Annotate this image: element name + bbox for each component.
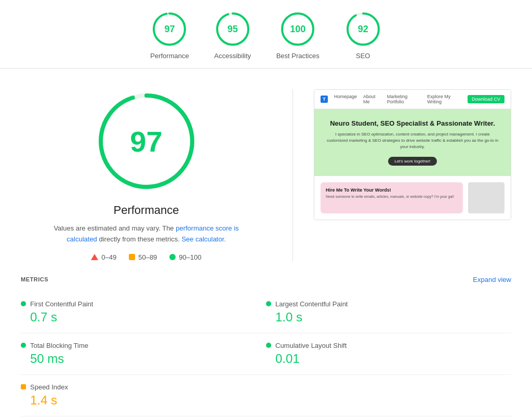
lcp-value: 1.0 s [266,310,511,325]
cls-name-row: Cumulative Layout Shift [266,342,511,349]
legend-mid-range: 50–89 [138,253,157,261]
score-circle-performance: 97 [151,10,188,48]
preview-image [468,182,504,213]
hero-title: Neuro Student, SEO Specialist & Passiona… [325,119,500,127]
lcp-dot [266,301,271,306]
preview-nav: T Homepage About Me Marketing Portfolio … [314,90,511,109]
big-score-value: 97 [130,125,162,158]
metrics-header: METRICS Expand view [21,272,511,288]
nav-writing: Explore My Writing [427,94,461,104]
score-item-best-practices: 100 Best Practices [276,10,320,60]
metric-item-tbt: Total Blocking Time 50 ms [21,333,266,375]
tbt-name: Total Blocking Time [30,342,88,349]
tbt-name-row: Total Blocking Time [21,342,245,349]
metric-item-cls: Cumulative Layout Shift 0.01 [266,333,511,375]
score-circle-accessibility: 95 [214,10,251,48]
metrics-grid: First Contentful Paint 0.7 s Largest Con… [21,292,511,416]
score-circle-best-practices: 100 [279,10,316,48]
score-label-performance: Performance [150,52,189,60]
fcp-name: First Contentful Paint [30,300,93,308]
triangle-icon [91,254,98,260]
legend-item-bad: 0–49 [91,253,116,261]
lcp-name: Largest Contentful Paint [275,300,348,308]
nav-homepage: Homepage [334,94,357,104]
download-cv-button[interactable]: Download CV [468,95,504,103]
metric-item-lcp: Largest Contentful Paint 1.0 s [266,292,511,333]
desc-text-2: directly from these metrics. [97,235,182,243]
legend-good-range: 90–100 [179,253,201,261]
score-circle-seo: 92 [344,10,382,48]
legend-item-mid: 50–89 [129,253,157,261]
score-label-accessibility: Accessibility [214,52,251,60]
hero-cta-button[interactable]: Let's work together! [388,157,437,166]
legend: 0–49 50–89 90–100 [91,253,201,261]
tbt-dot [21,343,26,348]
legend-bad-range: 0–49 [101,253,116,261]
lcp-name-row: Largest Contentful Paint [266,300,511,308]
metrics-title: METRICS [21,276,48,282]
preview-hire-box: Hire Me To Write Your Words! Need someon… [321,182,463,213]
score-value-performance: 97 [164,24,175,35]
score-label-seo: SEO [356,52,370,60]
right-panel: T Homepage About Me Marketing Portfolio … [314,89,511,261]
si-value: 1.4 s [21,393,245,408]
hire-title: Hire Me To Write Your Words! [326,187,458,193]
fcp-dot [21,301,26,306]
t-icon: T [321,96,328,103]
score-value-seo: 92 [358,24,368,35]
preview-nav-items: Homepage About Me Marketing Portfolio Ex… [334,94,461,104]
square-icon [129,254,135,260]
legend-item-good: 90–100 [169,253,201,261]
metric-item-fcp: First Contentful Paint 0.7 s [21,292,266,333]
cls-value: 0.01 [266,352,511,366]
left-panel: 97 Performance Values are estimated and … [21,89,272,261]
score-bar: 97 Performance 95 Accessibility 100 Best… [0,0,532,69]
cls-dot [266,343,271,348]
preview-secondary: Hire Me To Write Your Words! Need someon… [314,176,511,220]
hire-desc: Need someone to write emails, articles, … [326,195,458,198]
big-score-circle: 97 [95,89,198,193]
hero-desc: I specialize in SEO optimization, conten… [325,131,500,150]
si-name: Speed Index [30,383,68,391]
score-item-performance: 97 Performance [150,10,189,60]
perf-title: Performance [114,204,179,217]
desc-text-1: Values are estimated and may vary. The [54,224,176,232]
nav-about: About Me [363,94,381,104]
si-dot [21,384,26,389]
metrics-section: METRICS Expand view First Contentful Pai… [0,272,532,419]
score-value-best-practices: 100 [290,24,305,35]
fcp-value: 0.7 s [21,310,245,325]
nav-marketing: Marketing Portfolio [387,94,421,104]
preview-box: T Homepage About Me Marketing Portfolio … [314,89,511,220]
fcp-name-row: First Contentful Paint [21,300,245,308]
tbt-value: 50 ms [21,352,245,366]
preview-hero: Neuro Student, SEO Specialist & Passiona… [314,109,511,176]
metric-item-si: Speed Index 1.4 s [21,375,266,416]
divider [292,89,293,261]
score-value-accessibility: 95 [228,24,238,35]
circle-icon [169,254,176,260]
si-name-row: Speed Index [21,383,245,391]
score-item-seo: 92 SEO [344,10,382,60]
cls-name: Cumulative Layout Shift [275,342,347,349]
score-label-best-practices: Best Practices [276,52,320,60]
main-content: 97 Performance Values are estimated and … [0,69,532,272]
perf-desc: Values are estimated and may vary. The p… [53,223,240,245]
score-item-accessibility: 95 Accessibility [214,10,251,60]
expand-view-link[interactable]: Expand view [473,276,511,283]
calculator-link[interactable]: See calculator. [181,235,225,243]
